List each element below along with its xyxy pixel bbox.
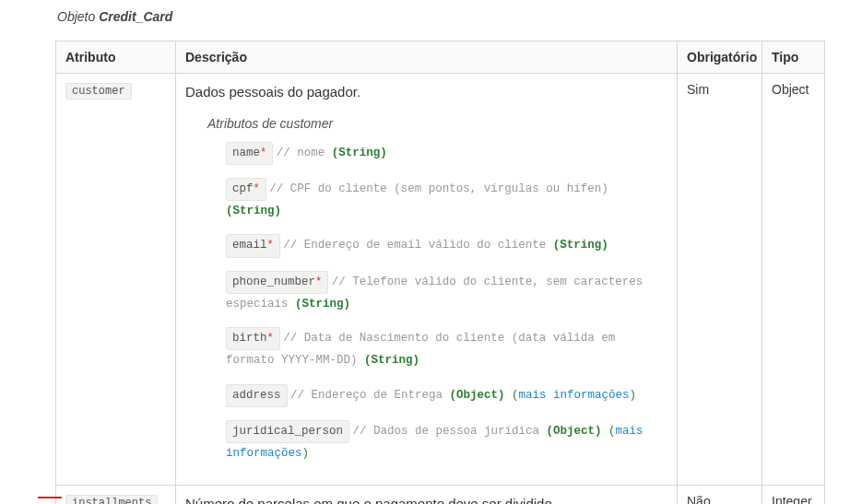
title-prefix: Objeto bbox=[57, 9, 99, 24]
cell-attribute: installments bbox=[56, 486, 176, 504]
table-header-row: Atributo Descrição Obrigatório Tipo bbox=[56, 41, 825, 74]
header-description: Descrição bbox=[176, 41, 678, 74]
sub-attr-address: address // Endereço de Entrega (Object) … bbox=[226, 384, 667, 407]
table-row: installments Número de parcelas em que o… bbox=[56, 486, 825, 504]
table-row: customer Dados pessoais do pagador. Atri… bbox=[56, 74, 825, 486]
header-attribute: Atributo bbox=[56, 41, 176, 74]
cell-attribute: customer bbox=[56, 74, 176, 486]
cell-description: Dados pessoais do pagador. Atributos de … bbox=[176, 74, 678, 486]
sub-attr-birth: birth* // Data de Nascimento do cliente … bbox=[226, 327, 667, 371]
sub-attr-phone-number: phone_number* // Telefone válido do clie… bbox=[226, 271, 667, 315]
customer-subtitle: Atributos de customer bbox=[207, 116, 667, 131]
page-title: Objeto Credit_Card bbox=[57, 9, 825, 24]
sub-attr-email: email* // Endereço de email válido do cl… bbox=[226, 234, 667, 257]
installments-desc: Número de parcelas em que o pagamento de… bbox=[185, 494, 667, 504]
attr-chip-customer: customer bbox=[65, 83, 132, 100]
cell-required: Não bbox=[678, 486, 762, 504]
header-type: Tipo bbox=[762, 41, 825, 74]
header-required: Obrigatório bbox=[678, 41, 762, 74]
sub-attr-cpf: cpf* // CPF do cliente (sem pontos, vírg… bbox=[226, 178, 667, 222]
sub-attr-name: name* // nome (String) bbox=[226, 142, 667, 165]
title-object: Credit_Card bbox=[99, 9, 172, 24]
attributes-table: Atributo Descrição Obrigatório Tipo cust… bbox=[55, 41, 825, 504]
cell-type: Integer bbox=[762, 486, 825, 504]
customer-sub-list: name* // nome (String) cpf* // CPF do cl… bbox=[226, 142, 667, 464]
attr-chip-installments: installments bbox=[65, 495, 158, 504]
address-more-info-link[interactable]: mais informações bbox=[519, 389, 630, 402]
customer-desc: Dados pessoais do pagador. bbox=[185, 82, 667, 103]
cell-required: Sim bbox=[678, 74, 762, 486]
sub-attr-juridical-person: juridical_person // Dados de pessoa jurí… bbox=[226, 420, 667, 464]
cell-type: Object bbox=[762, 74, 825, 486]
cell-description: Número de parcelas em que o pagamento de… bbox=[176, 486, 678, 504]
